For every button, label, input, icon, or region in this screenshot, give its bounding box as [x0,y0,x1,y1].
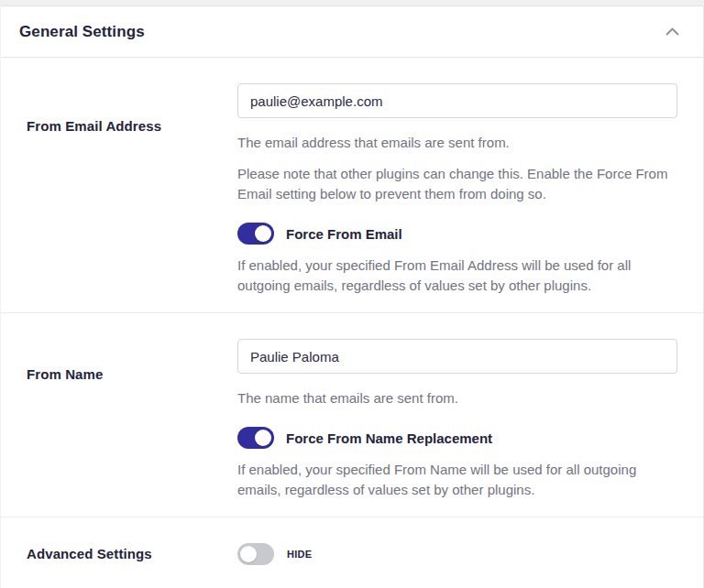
force-from-name-toggle[interactable] [237,427,274,449]
setting-row-from-name: From Name The name that emails are sent … [1,312,703,517]
from-email-note: Please note that other plugins can chang… [237,164,677,204]
from-name-help: The name that emails are sent from. [237,388,677,408]
force-from-email-description: If enabled, your specified From Email Ad… [237,256,677,296]
force-from-name-description: If enabled, your specified From Name wil… [237,460,677,500]
from-email-help: The email address that emails are sent f… [237,133,677,153]
panel-header[interactable]: General Settings [1,6,703,58]
chevron-up-icon[interactable] [666,27,679,36]
force-from-email-toggle-label: Force From Email [286,226,402,242]
toggle-knob [255,430,271,446]
force-from-name-toggle-label: Force From Name Replacement [286,430,492,446]
panel-title: General Settings [19,23,145,41]
from-email-label: From Email Address [27,83,161,134]
from-name-input[interactable] [237,339,677,374]
force-from-name-row: Force From Name Replacement [237,427,677,449]
toggle-knob [255,225,271,242]
general-settings-panel: General Settings From Email Address The … [0,5,704,588]
setting-row-advanced: Advanced Settings HIDE [1,517,703,588]
from-name-label: From Name [27,339,103,382]
advanced-settings-row: HIDE [237,543,677,565]
force-from-email-toggle[interactable] [237,223,274,245]
force-from-email-row: Force From Email [237,223,677,245]
from-email-input[interactable] [237,83,677,118]
advanced-settings-label: Advanced Settings [27,543,152,561]
advanced-settings-toggle[interactable] [237,543,274,565]
setting-row-from-email: From Email Address The email address tha… [1,58,703,312]
advanced-settings-toggle-label: HIDE [287,549,312,560]
toggle-knob [240,546,257,562]
